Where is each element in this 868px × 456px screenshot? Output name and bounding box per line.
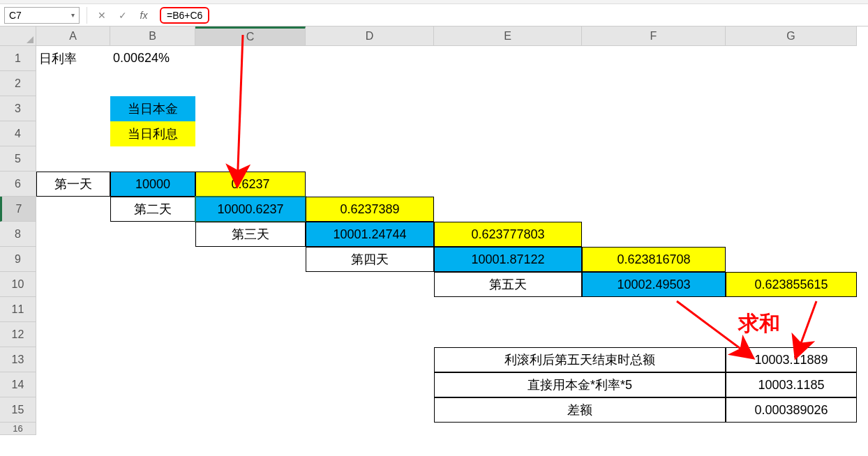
cell-B12[interactable]: [110, 322, 195, 347]
row-header-13[interactable]: 13: [0, 347, 36, 372]
cell-G13[interactable]: 10003.11889: [726, 347, 857, 372]
cell-D15[interactable]: [306, 397, 434, 423]
cell-E15-F15[interactable]: 差额: [434, 397, 726, 423]
cell-D8[interactable]: 10001.24744: [306, 222, 434, 247]
row-header-14[interactable]: 14: [0, 372, 36, 397]
row-header-10[interactable]: 10: [0, 272, 36, 297]
cell-B8[interactable]: [110, 222, 195, 247]
cell-E12[interactable]: [434, 322, 582, 347]
row-header-12[interactable]: 12: [0, 322, 36, 347]
cell-G10[interactable]: 0.623855615: [726, 272, 857, 297]
col-header-F[interactable]: F: [582, 26, 726, 46]
cell-D11[interactable]: [306, 297, 434, 322]
row-header-16[interactable]: 16: [0, 423, 36, 435]
cell-C10[interactable]: [195, 272, 306, 297]
cell-F4[interactable]: [582, 121, 726, 146]
cell-D6[interactable]: [306, 172, 434, 197]
cell-C8[interactable]: 第三天: [195, 222, 306, 247]
cell-G7[interactable]: [726, 197, 857, 222]
cell-A12[interactable]: [36, 322, 110, 347]
cell-C14[interactable]: [195, 372, 306, 397]
row-header-7[interactable]: 7: [0, 197, 36, 222]
cell-B14[interactable]: [110, 372, 195, 397]
cell-A4[interactable]: [36, 121, 110, 146]
cell-E5[interactable]: [434, 146, 582, 172]
cell-E8[interactable]: 0.623777803: [434, 222, 582, 247]
cell-G12[interactable]: [726, 322, 857, 347]
cell-C9[interactable]: [195, 247, 306, 272]
cell-D12[interactable]: [306, 322, 434, 347]
cell-E6[interactable]: [434, 172, 582, 197]
cell-C6[interactable]: 0.6237: [195, 172, 306, 197]
cell-B13[interactable]: [110, 347, 195, 372]
cell-D3[interactable]: [306, 96, 434, 121]
cell-G15[interactable]: 0.000389026: [726, 397, 857, 423]
cell-G4[interactable]: [726, 121, 857, 146]
cell-F2[interactable]: [582, 71, 726, 96]
row-header-4[interactable]: 4: [0, 121, 36, 146]
fx-icon[interactable]: fx: [136, 10, 151, 21]
cell-D4[interactable]: [306, 121, 434, 146]
col-header-A[interactable]: A: [36, 26, 110, 46]
col-header-G[interactable]: G: [726, 26, 857, 46]
cell-F3[interactable]: [582, 96, 726, 121]
cell-E9[interactable]: 10001.87122: [434, 247, 582, 272]
cell-E4[interactable]: [434, 121, 582, 146]
cell-E1[interactable]: [434, 46, 582, 71]
cell-A9[interactable]: [36, 247, 110, 272]
cell-G3[interactable]: [726, 96, 857, 121]
cell-C7[interactable]: 10000.6237: [195, 197, 306, 222]
cell-B11[interactable]: [110, 297, 195, 322]
cell-A6[interactable]: 第一天: [36, 172, 110, 197]
cancel-icon[interactable]: ✕: [94, 10, 110, 21]
cell-B9[interactable]: [110, 247, 195, 272]
cell-C15[interactable]: [195, 397, 306, 423]
cell-D1[interactable]: [306, 46, 434, 71]
cell-B2[interactable]: [110, 71, 195, 96]
cell-B7[interactable]: 第二天: [110, 197, 195, 222]
cell-A2[interactable]: [36, 71, 110, 96]
cell-A8[interactable]: [36, 222, 110, 247]
cell-G1[interactable]: [726, 46, 857, 71]
cell-C1[interactable]: [195, 46, 306, 71]
cell-E2[interactable]: [434, 71, 582, 96]
cell-G14[interactable]: 10003.1185: [726, 372, 857, 397]
col-header-D[interactable]: D: [306, 26, 434, 46]
row-header-2[interactable]: 2: [0, 71, 36, 96]
col-header-E[interactable]: E: [434, 26, 582, 46]
col-header-B[interactable]: B: [110, 26, 195, 46]
cell-A14[interactable]: [36, 372, 110, 397]
col-header-C[interactable]: C: [195, 26, 306, 46]
cell-G5[interactable]: [726, 146, 857, 172]
cell-D9[interactable]: 第四天: [306, 247, 434, 272]
cell-B6[interactable]: 10000: [110, 172, 195, 197]
cell-C2[interactable]: [195, 71, 306, 96]
cell-F8[interactable]: [582, 222, 726, 247]
cell-G11[interactable]: [726, 297, 857, 322]
name-box-dropdown-icon[interactable]: ▾: [71, 11, 75, 19]
cell-A11[interactable]: [36, 297, 110, 322]
cell-B4[interactable]: 当日利息: [110, 121, 195, 146]
cell-D10[interactable]: [306, 272, 434, 297]
row-header-6[interactable]: 6: [0, 172, 36, 197]
cell-F1[interactable]: [582, 46, 726, 71]
cell-C11[interactable]: [195, 297, 306, 322]
cell-A7[interactable]: [36, 197, 110, 222]
cell-E10[interactable]: 第五天: [434, 272, 582, 297]
cell-E11[interactable]: [434, 297, 582, 322]
cell-A10[interactable]: [36, 272, 110, 297]
row-header-9[interactable]: 9: [0, 247, 36, 272]
cell-F10[interactable]: 10002.49503: [582, 272, 726, 297]
cell-C13[interactable]: [195, 347, 306, 372]
cell-D2[interactable]: [306, 71, 434, 96]
formula-input[interactable]: =B6+C6: [160, 7, 209, 24]
cell-A15[interactable]: [36, 397, 110, 423]
cell-E14-F14[interactable]: 直接用本金*利率*5: [434, 372, 726, 397]
cell-B15[interactable]: [110, 397, 195, 423]
cell-B1[interactable]: 0.00624%: [110, 46, 195, 71]
cell-D13[interactable]: [306, 347, 434, 372]
cell-C5[interactable]: [195, 146, 306, 172]
cell-C3[interactable]: [195, 96, 306, 121]
cell-F6[interactable]: [582, 172, 726, 197]
cell-G8[interactable]: [726, 222, 857, 247]
